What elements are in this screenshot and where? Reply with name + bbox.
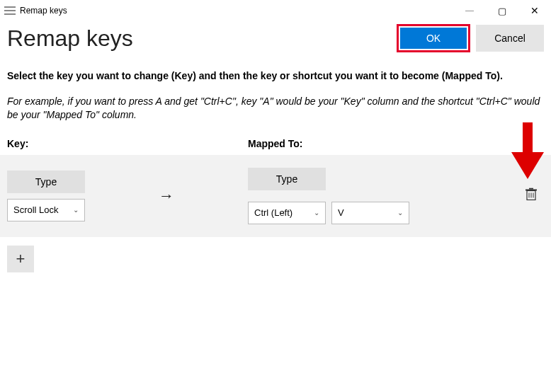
mapped-column: Type Ctrl (Left) ⌄ V ⌄ [248, 168, 409, 224]
mapped-type-button[interactable]: Type [248, 168, 326, 190]
cancel-button[interactable]: Cancel [476, 25, 544, 52]
chevron-down-icon: ⌄ [314, 209, 319, 217]
close-button[interactable]: ✕ [518, 0, 551, 21]
mapped-dropdown-2-value: V [338, 207, 397, 218]
trash-icon [526, 188, 537, 200]
page-title: Remap keys [7, 25, 133, 52]
delete-row-button[interactable] [526, 188, 537, 204]
window-title: Remap keys [20, 6, 67, 16]
maximize-button[interactable]: ▢ [486, 0, 518, 21]
remap-row: Type Scroll Lock ⌄ → Type Ctrl (Left) ⌄ … [0, 155, 551, 237]
mapped-dropdown-1[interactable]: Ctrl (Left) ⌄ [248, 202, 326, 224]
chevron-down-icon: ⌄ [397, 209, 403, 217]
mapped-dropdown-1-value: Ctrl (Left) [254, 207, 314, 218]
instruction-text: Select the key you want to change (Key) … [7, 69, 544, 83]
column-headers: Key: Mapped To: [7, 138, 544, 149]
ok-button[interactable]: OK [400, 28, 467, 49]
add-row-button[interactable]: + [7, 246, 34, 272]
key-column-label: Key: [7, 138, 248, 149]
key-type-button[interactable]: Type [7, 171, 85, 193]
app-icon [4, 6, 16, 15]
example-text: For example, if you want to press A and … [7, 95, 544, 122]
key-dropdown-value: Scroll Lock [13, 204, 73, 215]
header: Remap keys OK Cancel [0, 21, 551, 69]
arrow-icon: → [135, 187, 248, 205]
mapped-column-label: Mapped To: [248, 138, 303, 149]
titlebar: Remap keys — ▢ ✕ [0, 0, 551, 21]
minimize-button[interactable]: — [453, 0, 486, 21]
svg-rect-5 [529, 188, 533, 189]
key-column: Type Scroll Lock ⌄ [7, 171, 135, 221]
key-dropdown[interactable]: Scroll Lock ⌄ [7, 199, 85, 221]
svg-rect-4 [526, 189, 537, 190]
ok-button-highlight: OK [397, 24, 470, 52]
mapped-dropdown-2[interactable]: V ⌄ [331, 202, 409, 224]
annotation-arrow-icon [509, 122, 547, 183]
chevron-down-icon: ⌄ [73, 206, 79, 214]
